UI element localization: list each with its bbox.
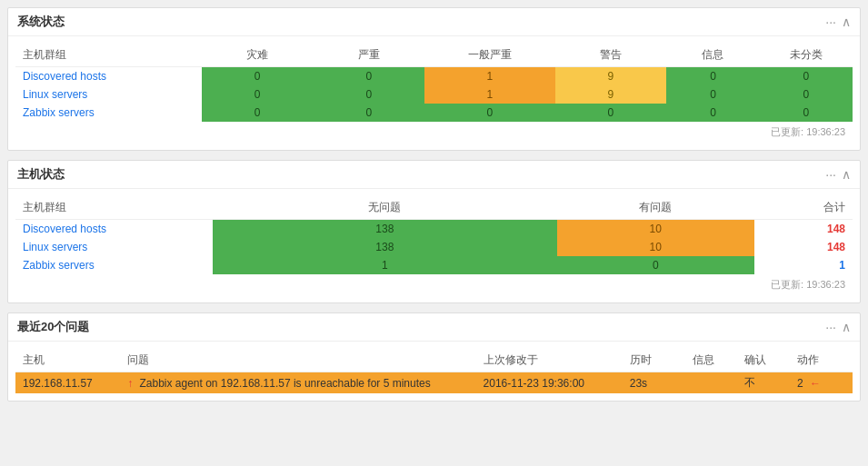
sys-cell-1-4[interactable]: 0 (666, 85, 759, 104)
table-row: Discovered hosts 001900 (15, 67, 853, 86)
sys-row-name-2[interactable]: Zabbix servers (15, 104, 202, 122)
sys-cell-1-2[interactable]: 1 (424, 85, 554, 104)
host-col-header-total: 合计 (754, 196, 853, 220)
table-row: Linux servers 138 10 148 (15, 238, 853, 256)
table-row: Zabbix servers 000000 (15, 104, 853, 122)
sys-cell-1-1[interactable]: 0 (313, 85, 424, 104)
prob-ack-0: 不 (737, 372, 790, 394)
problems-collapse-icon[interactable]: ∧ (842, 320, 851, 334)
sys-cell-2-0[interactable]: 0 (202, 104, 314, 122)
sys-cell-0-3[interactable]: 9 (555, 67, 667, 86)
host-link-1[interactable]: Linux servers (23, 241, 87, 253)
sys-cell-1-3[interactable]: 9 (555, 85, 667, 104)
problems-title: 最近20个问题 (17, 319, 89, 335)
prob-col-action: 动作 (790, 349, 853, 372)
system-status-updated: 已更新: 19:36:23 (15, 122, 853, 143)
system-status-title: 系统状态 (17, 14, 65, 30)
host-link-2[interactable]: Zabbix servers (23, 259, 95, 272)
host-col-header-withproblems: 有问题 (557, 196, 754, 220)
host-status-header-row: 主机群组 无问题 有问题 合计 (15, 196, 853, 220)
host-status-table: 主机群组 无问题 有问题 合计 Discovered hosts 138 10 … (15, 196, 853, 274)
prob-col-lastchange: 上次修改于 (476, 349, 623, 372)
prob-duration-0: 23s (623, 372, 685, 394)
sys-row-name-1[interactable]: Linux servers (15, 85, 202, 104)
problems-controls: ··· ∧ (825, 320, 851, 334)
table-row: 192.168.11.57 ↑ Zabbix agent on 192.168.… (15, 372, 853, 394)
sys-cell-2-5[interactable]: 0 (760, 104, 853, 122)
arrow-right-indicator: ← (810, 377, 821, 390)
sys-cell-0-5[interactable]: 0 (760, 67, 853, 86)
sys-cell-2-2[interactable]: 0 (424, 104, 554, 122)
sys-host-link-1[interactable]: Linux servers (23, 88, 87, 101)
problems-content: 主机 问题 上次修改于 历时 信息 确认 动作 192.168.11.57 ↑ … (8, 342, 860, 401)
col-header-critical: 严重 (313, 44, 424, 67)
prob-col-ack: 确认 (737, 349, 790, 372)
prob-info-0 (685, 372, 738, 394)
host-row-name-0[interactable]: Discovered hosts (15, 220, 213, 239)
host-col-header-hostgroup: 主机群组 (15, 196, 213, 220)
host-withprob-2[interactable]: 0 (557, 256, 754, 274)
problems-header-row: 主机 问题 上次修改于 历时 信息 确认 动作 (15, 349, 853, 372)
system-status-table: 主机群组 灾难 严重 一般严重 警告 信息 未分类 Discovered hos… (15, 44, 853, 122)
system-status-header: 系统状态 ··· ∧ (8, 8, 860, 36)
sys-cell-0-2[interactable]: 1 (424, 67, 554, 86)
host-total-0[interactable]: 148 (754, 220, 853, 239)
host-collapse-icon[interactable]: ∧ (842, 167, 851, 182)
system-status-controls: ··· ∧ (825, 15, 851, 29)
sys-cell-0-1[interactable]: 0 (313, 67, 424, 86)
host-col-header-noproblems: 无问题 (213, 196, 557, 220)
col-header-average: 一般严重 (424, 44, 554, 67)
problems-dots-menu-icon[interactable]: ··· (825, 320, 836, 334)
prob-col-problem: 问题 (120, 349, 475, 372)
system-status-header-row: 主机群组 灾难 严重 一般严重 警告 信息 未分类 (15, 44, 853, 67)
host-noprob-0[interactable]: 138 (213, 220, 557, 239)
prob-desc-0[interactable]: ↑ Zabbix agent on 192.168.11.57 is unrea… (120, 372, 475, 394)
sys-cell-1-0[interactable]: 0 (202, 85, 314, 104)
prob-lastchange-0: 2016-11-23 19:36:00 (476, 372, 623, 394)
sys-cell-2-3[interactable]: 0 (555, 104, 667, 122)
host-withprob-1[interactable]: 10 (557, 238, 754, 256)
host-total-1[interactable]: 148 (754, 238, 853, 256)
col-header-disaster: 灾难 (202, 44, 314, 67)
host-row-name-1[interactable]: Linux servers (15, 238, 213, 256)
sys-cell-0-0[interactable]: 0 (202, 67, 314, 86)
dots-menu-icon[interactable]: ··· (825, 15, 836, 29)
col-header-info: 信息 (666, 44, 759, 67)
sys-cell-2-4[interactable]: 0 (666, 104, 759, 122)
problems-header: 最近20个问题 ··· ∧ (8, 313, 860, 342)
host-link-0[interactable]: Discovered hosts (23, 223, 106, 235)
host-total-2[interactable]: 1 (754, 256, 853, 274)
col-header-unclassified: 未分类 (760, 44, 853, 67)
col-header-warning: 警告 (555, 44, 667, 67)
collapse-icon[interactable]: ∧ (842, 15, 851, 29)
prob-action-0[interactable]: 2 ← (790, 372, 853, 394)
prob-col-host: 主机 (15, 349, 120, 372)
col-header-hostgroup: 主机群组 (15, 44, 202, 67)
sys-host-link-0[interactable]: Discovered hosts (23, 70, 106, 83)
sys-cell-0-4[interactable]: 0 (666, 67, 759, 86)
table-row: Discovered hosts 138 10 148 (15, 220, 853, 239)
prob-col-duration: 历时 (623, 349, 685, 372)
host-status-title: 主机状态 (17, 166, 65, 183)
sys-cell-1-5[interactable]: 0 (760, 85, 853, 104)
host-status-content: 主机群组 无问题 有问题 合计 Discovered hosts 138 10 … (8, 189, 860, 302)
prob-host-0[interactable]: 192.168.11.57 (15, 372, 120, 394)
problems-table: 主机 问题 上次修改于 历时 信息 确认 动作 192.168.11.57 ↑ … (15, 349, 853, 393)
arrow-up-indicator: ↑ (127, 377, 133, 390)
host-row-name-2[interactable]: Zabbix servers (15, 256, 213, 274)
problems-widget: 最近20个问题 ··· ∧ 主机 问题 上次修改于 历时 信息 确认 动作 19… (7, 312, 861, 402)
host-noprob-1[interactable]: 138 (213, 238, 557, 256)
prob-col-info: 信息 (685, 349, 738, 372)
host-status-header: 主机状态 ··· ∧ (8, 161, 860, 189)
system-status-content: 主机群组 灾难 严重 一般严重 警告 信息 未分类 Discovered hos… (8, 36, 860, 150)
sys-host-link-2[interactable]: Zabbix servers (23, 106, 95, 119)
host-dots-menu-icon[interactable]: ··· (825, 167, 836, 182)
system-status-widget: 系统状态 ··· ∧ 主机群组 灾难 严重 一般严重 警告 信息 未分类 Dis… (7, 7, 861, 151)
host-withprob-0[interactable]: 10 (557, 220, 754, 239)
sys-row-name-0[interactable]: Discovered hosts (15, 67, 202, 86)
host-noprob-2[interactable]: 1 (213, 256, 557, 274)
host-status-controls: ··· ∧ (825, 167, 851, 182)
table-row: Linux servers 001900 (15, 85, 853, 104)
sys-cell-2-1[interactable]: 0 (313, 104, 424, 122)
host-status-widget: 主机状态 ··· ∧ 主机群组 无问题 有问题 合计 Discovered ho… (7, 160, 861, 303)
